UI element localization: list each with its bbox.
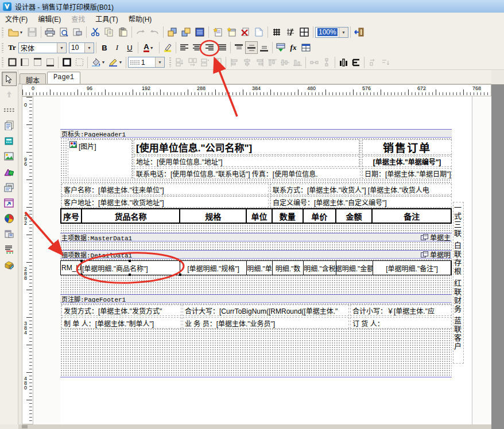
richtext-tool[interactable] bbox=[2, 180, 17, 194]
ole-object-tool[interactable] bbox=[2, 227, 17, 241]
band-tool[interactable] bbox=[2, 103, 17, 117]
fill-color-button[interactable]: ▼ bbox=[90, 56, 107, 69]
font-size-dropdown-arrow[interactable]: ▼ bbox=[84, 43, 94, 53]
ship-method-field[interactable]: 发货方式：[单据主体."发货方式" bbox=[61, 305, 181, 316]
paste-button[interactable] bbox=[116, 25, 130, 39]
line-width-select[interactable]: 1 ▼ bbox=[128, 57, 165, 68]
doc-title-field[interactable]: 销售订单 bbox=[362, 139, 452, 155]
detail-spec-cell[interactable]: [单据明细."规格"] bbox=[180, 261, 247, 275]
toolbar-grip[interactable] bbox=[2, 43, 3, 53]
border-top-button[interactable] bbox=[31, 56, 44, 69]
date-field[interactable]: 日期：[单据主体."单据日期"] bbox=[362, 168, 452, 179]
font-name-select[interactable]: 宋体 ▼ bbox=[18, 42, 67, 53]
print-button[interactable] bbox=[43, 25, 57, 39]
menu-tools[interactable]: 工具(T) bbox=[90, 13, 123, 25]
copy-strip-field[interactable]: 一式三联 白联存根 红联财务 蓝联客户 bbox=[453, 202, 464, 364]
subreport-tool[interactable] bbox=[2, 196, 17, 210]
align-justify-button[interactable] bbox=[216, 41, 228, 54]
italic-button[interactable]: I bbox=[111, 41, 123, 54]
after-footer-area[interactable] bbox=[60, 333, 452, 377]
selection-handle[interactable] bbox=[179, 274, 181, 276]
selection-handle[interactable] bbox=[80, 260, 83, 262]
align-left-button[interactable] bbox=[178, 41, 191, 54]
col-amount[interactable]: 金额 bbox=[336, 209, 373, 223]
delete-page-button[interactable] bbox=[238, 25, 252, 39]
col-unit[interactable]: 单位 bbox=[247, 209, 273, 223]
open-button[interactable]: ▼ bbox=[6, 25, 25, 39]
new-page-button[interactable] bbox=[224, 25, 238, 39]
band-page-header[interactable]: 页标头:PageHeader1 bbox=[60, 129, 452, 138]
field-tool[interactable] bbox=[2, 134, 17, 148]
phone-fax-field[interactable]: 联系电话：[使用单位信息."联系电话"] 传真：[使用单位信息. bbox=[134, 168, 360, 179]
snap-to-grid-button[interactable] bbox=[284, 25, 297, 39]
border-all-button[interactable] bbox=[60, 56, 73, 69]
valign-bottom-button[interactable] bbox=[258, 41, 270, 54]
address-field[interactable]: 地址：[使用单位信息."地址"] bbox=[134, 156, 359, 167]
menu-file[interactable]: 文件(F) bbox=[0, 13, 33, 25]
selection-handle[interactable] bbox=[80, 274, 83, 276]
band-master-area[interactable] bbox=[60, 241, 452, 250]
menu-edit[interactable]: 编辑(E) bbox=[33, 13, 66, 25]
doc-no-field[interactable]: [单据主体."单据编号"] bbox=[362, 156, 452, 167]
scrollbar-thumb[interactable] bbox=[22, 425, 28, 428]
detail-name-cell[interactable]: [单据明细."商品名称"] bbox=[82, 261, 180, 275]
cell-properties-button[interactable] bbox=[300, 41, 312, 54]
print-setup-button[interactable] bbox=[71, 25, 84, 39]
blank-page-button[interactable] bbox=[252, 25, 266, 39]
customer-name-field[interactable]: 客户名称：[单据主体."往来单位"] bbox=[61, 184, 269, 195]
horizontal-scrollbar[interactable] bbox=[18, 424, 491, 429]
exit-button[interactable] bbox=[352, 25, 366, 39]
function-button[interactable]: fx bbox=[287, 41, 300, 54]
cut-button[interactable] bbox=[88, 25, 102, 39]
font-color-button[interactable]: A ▼ bbox=[140, 41, 157, 54]
design-canvas[interactable]: 页标头:PageHeader1 [图片] [使用单位信息."公司名称"] 销售订… bbox=[33, 96, 491, 424]
line-color-button[interactable]: ▼ bbox=[107, 56, 124, 69]
menu-help[interactable]: 帮助(H) bbox=[123, 13, 157, 25]
new-report-button[interactable] bbox=[211, 25, 224, 39]
properties-button[interactable] bbox=[193, 25, 207, 39]
align-right-button[interactable] bbox=[203, 41, 216, 54]
band-page-footer[interactable]: 页注脚:PageFooter1 bbox=[60, 294, 452, 303]
detail-seq-cell[interactable]: RM_Li bbox=[61, 261, 82, 275]
orderer-field[interactable]: 订 货 人： bbox=[350, 317, 452, 329]
bring-to-front-button[interactable] bbox=[165, 25, 179, 39]
band-master-data[interactable]: 主项数据:MasterData1 单据主 bbox=[60, 233, 452, 241]
highlight-button[interactable] bbox=[161, 41, 174, 54]
grid-button[interactable] bbox=[270, 25, 284, 39]
draw-tool[interactable] bbox=[2, 258, 17, 272]
select-tool[interactable] bbox=[2, 72, 17, 86]
insert-field-button[interactable] bbox=[274, 41, 287, 54]
detail-amount-cell[interactable]: 据明细."金额 bbox=[336, 261, 373, 275]
underline-button[interactable]: U bbox=[123, 41, 136, 54]
multiline-text-tool[interactable] bbox=[2, 242, 17, 256]
zoom-dropdown-arrow[interactable]: ▼ bbox=[339, 28, 348, 37]
print-preview-button[interactable] bbox=[57, 25, 71, 39]
detail-price-cell[interactable]: 明细."含税 bbox=[304, 261, 336, 275]
font-name-dropdown-arrow[interactable]: ▼ bbox=[57, 43, 66, 53]
border-none-button[interactable] bbox=[73, 56, 86, 69]
toolbar-grip[interactable] bbox=[2, 28, 3, 37]
tab-page1[interactable]: Page1 bbox=[47, 72, 80, 84]
valign-middle-button[interactable] bbox=[245, 41, 258, 54]
customer-addr-field[interactable]: 客户地址：[单据主体."收货地址"] bbox=[61, 196, 269, 208]
toolbar-grip[interactable] bbox=[2, 57, 3, 67]
bold-button[interactable]: B bbox=[98, 41, 111, 54]
image-tool[interactable] bbox=[2, 149, 17, 163]
contact-field[interactable]: 联系方式：[单据主体."收货人"] [单据主体."收货人电 bbox=[270, 184, 452, 195]
align-center-button[interactable] bbox=[191, 41, 203, 54]
font-size-select[interactable]: 10 ▼ bbox=[69, 42, 94, 53]
selection-handle[interactable] bbox=[129, 260, 131, 262]
col-price[interactable]: 单价 bbox=[304, 209, 336, 223]
col-qty[interactable]: 数量 bbox=[273, 209, 304, 223]
col-seq[interactable]: 序号 bbox=[61, 209, 82, 223]
toolbar-grip[interactable] bbox=[169, 57, 171, 67]
text-tool[interactable] bbox=[2, 118, 17, 132]
same-size-button[interactable] bbox=[337, 56, 350, 69]
shape-tool[interactable] bbox=[2, 165, 17, 179]
page-setup-button[interactable] bbox=[297, 25, 311, 39]
detail-note-cell[interactable]: [单据明细."备注"] bbox=[373, 261, 451, 275]
detail-qty-cell[interactable]: 明细."数 bbox=[273, 261, 304, 275]
border-left-button[interactable] bbox=[18, 56, 31, 69]
line-width-dropdown-arrow[interactable]: ▼ bbox=[155, 57, 164, 67]
zoom-select[interactable]: 100% ▼ bbox=[315, 27, 348, 38]
